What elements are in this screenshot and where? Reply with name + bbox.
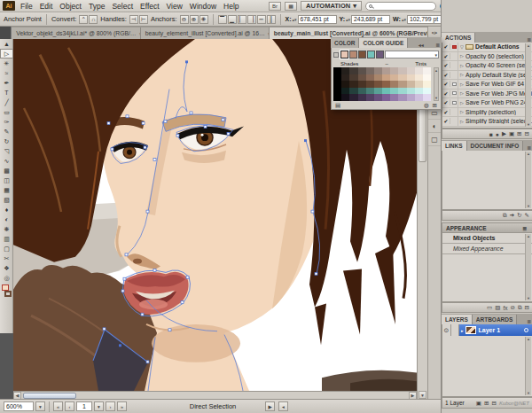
status-prev-icon[interactable]: ◂ <box>278 401 288 411</box>
color-mode-icon[interactable] <box>333 52 339 58</box>
panel-menu-icon[interactable]: ≣ <box>435 42 442 48</box>
free-transform-tool[interactable]: ▩ <box>0 166 13 175</box>
panel-menu-icon[interactable]: ≣ <box>527 36 532 43</box>
duplicate-icon[interactable]: ⧉ <box>518 304 522 311</box>
docked-document-stub[interactable] <box>0 27 12 39</box>
align-icon-1[interactable]: ▁ <box>228 15 237 24</box>
new-set-icon[interactable]: ▣ <box>509 130 514 137</box>
links-tab-document-info[interactable]: DOCUMENT INFO <box>467 141 524 151</box>
variation-swatch-1-6[interactable] <box>382 74 390 82</box>
lasso-tool[interactable]: ≈ <box>0 68 13 78</box>
variation-swatch-4-5[interactable] <box>374 94 382 101</box>
update-link-icon[interactable]: ↻ <box>517 212 521 219</box>
base-swatch-0[interactable] <box>340 51 348 58</box>
layer-target-icon[interactable] <box>524 328 528 332</box>
delete-layer-icon[interactable]: ⊟ <box>491 400 496 407</box>
record-icon[interactable]: ● <box>496 131 499 137</box>
document-tab-0[interactable]: Vektor_objekt_ds34jkLl.ai* @ 800% (RGB/…… <box>12 27 140 39</box>
variation-swatch-3-7[interactable] <box>390 88 398 95</box>
variation-swatch-2-8[interactable] <box>398 81 406 88</box>
shape-builder-tool[interactable]: ◫ <box>0 175 13 185</box>
variation-swatch-3-8[interactable] <box>398 88 406 95</box>
action-row-0[interactable]: ✔▽Default Actions <box>442 43 532 52</box>
new-stroke-icon[interactable]: ▭ <box>487 304 492 311</box>
action-row-6[interactable]: ✔▷Save For Web PNG 24 <box>442 98 532 108</box>
variation-swatch-2-5[interactable] <box>374 81 382 88</box>
scroll-down-icon[interactable]: ▼ <box>419 391 426 399</box>
symbol-sprayer-tool[interactable]: ❋ <box>0 224 13 234</box>
action-row-7[interactable]: ✔▷Simplify (selection) <box>442 108 532 118</box>
variation-swatch-2-1[interactable] <box>341 81 349 88</box>
eyedropper-tool[interactable]: ♦ <box>0 205 13 214</box>
variation-swatch-0-3[interactable] <box>358 67 366 74</box>
bridge-icon[interactable]: Br <box>269 2 281 11</box>
color-guide-scrollbar[interactable]: ▲▼ <box>434 67 439 101</box>
pencil-tool[interactable]: ✎ <box>0 127 13 136</box>
variation-swatch-1-1[interactable] <box>341 74 349 82</box>
action-check-icon[interactable]: ✔ <box>442 53 450 59</box>
variation-swatch-4-8[interactable] <box>398 94 406 101</box>
variation-swatch-1-10[interactable] <box>415 74 423 82</box>
action-check-icon[interactable]: ✔ <box>442 81 450 87</box>
variation-swatch-4-1[interactable] <box>341 94 349 101</box>
expand-icon[interactable]: ▷ <box>458 72 466 77</box>
action-row-8[interactable]: ✔▷Simplify Straight (select… <box>442 117 532 127</box>
variation-swatch-4-3[interactable] <box>358 94 366 101</box>
action-row-3[interactable]: ✔▷Apply Default Style (sel… <box>442 71 532 81</box>
action-check-icon[interactable]: ✔ <box>442 118 450 124</box>
width-tool[interactable]: ∿ <box>0 156 13 166</box>
type-tool[interactable]: T <box>0 88 13 97</box>
collapse-icon[interactable]: ◂◂ <box>419 42 426 48</box>
variation-swatch-4-4[interactable] <box>366 94 374 101</box>
paintbrush-tool[interactable]: ✑ <box>0 117 13 127</box>
rotate-tool[interactable]: ↻ <box>0 136 13 146</box>
variation-swatch-1-0[interactable] <box>333 74 341 82</box>
artboard-number-field[interactable]: 1 <box>76 401 92 411</box>
action-check-icon[interactable]: ✔ <box>442 43 450 50</box>
variation-swatch-4-2[interactable] <box>349 94 357 101</box>
search-input[interactable] <box>374 3 427 9</box>
expand-icon[interactable]: ▷ <box>458 90 466 96</box>
last-artboard-button[interactable]: » <box>117 401 127 411</box>
expand-icon[interactable]: ▷ <box>458 119 466 124</box>
artboard-dropdown-icon[interactable]: ▾ <box>94 401 104 411</box>
action-dialog-toggle[interactable] <box>450 117 458 126</box>
delete-icon[interactable]: ⊟ <box>525 304 529 311</box>
action-dialog-toggle[interactable] <box>450 108 458 117</box>
scale-tool[interactable]: ◹ <box>0 146 13 156</box>
convert-icon-1[interactable]: ∩ <box>89 15 98 24</box>
variation-swatch-3-11[interactable] <box>423 88 431 95</box>
actions-tab-actions[interactable]: ACTIONS <box>442 33 475 43</box>
play-icon[interactable]: ▶ <box>502 130 506 137</box>
anchors-icon-0[interactable]: ⊖ <box>180 15 189 24</box>
convert-icon-0[interactable]: ⌃ <box>79 15 88 24</box>
variation-swatch-4-6[interactable] <box>382 94 390 101</box>
action-row-5[interactable]: ✔▷Save For Web JPG Medi… <box>442 90 532 99</box>
variation-swatch-3-4[interactable] <box>366 88 374 95</box>
action-dialog-toggle[interactable] <box>450 71 458 80</box>
field-value[interactable]: 243,689 pt <box>351 15 390 24</box>
menu-effect[interactable]: Effect <box>137 2 163 11</box>
previous-artboard-button[interactable]: ‹ <box>65 401 74 411</box>
rectangle-tool[interactable]: ▭ <box>0 107 13 117</box>
line-tool[interactable]: ╱ <box>0 97 13 107</box>
variation-swatch-2-11[interactable] <box>423 81 431 88</box>
first-artboard-button[interactable]: « <box>53 401 63 411</box>
align-icon-0[interactable]: ▔ <box>218 15 227 24</box>
expand-icon[interactable]: ▷ <box>458 82 466 87</box>
action-dialog-toggle[interactable] <box>450 90 458 98</box>
new-layer-icon[interactable]: ⊞ <box>484 400 489 407</box>
action-dialog-toggle[interactable] <box>450 98 458 107</box>
variation-swatch-0-9[interactable] <box>407 67 415 74</box>
variation-swatch-3-3[interactable] <box>358 88 366 95</box>
make-mask-icon[interactable]: ▣ <box>476 400 481 407</box>
action-row-2[interactable]: ✔▷Opacity 40 Screen (sele… <box>442 61 532 71</box>
variation-swatch-1-2[interactable] <box>349 74 357 82</box>
variation-swatch-4-9[interactable] <box>407 94 415 101</box>
layer-name[interactable]: Layer 1 <box>479 327 501 333</box>
new-fill-icon[interactable]: ▨ <box>495 304 500 311</box>
align-icon-5[interactable]: ║ <box>267 15 276 24</box>
align-icon-3[interactable]: ▕ <box>247 15 256 24</box>
variation-swatch-2-6[interactable] <box>382 81 390 88</box>
document-tab-1[interactable]: beauty_element_illust [Converted].ai @ 1… <box>141 27 270 39</box>
